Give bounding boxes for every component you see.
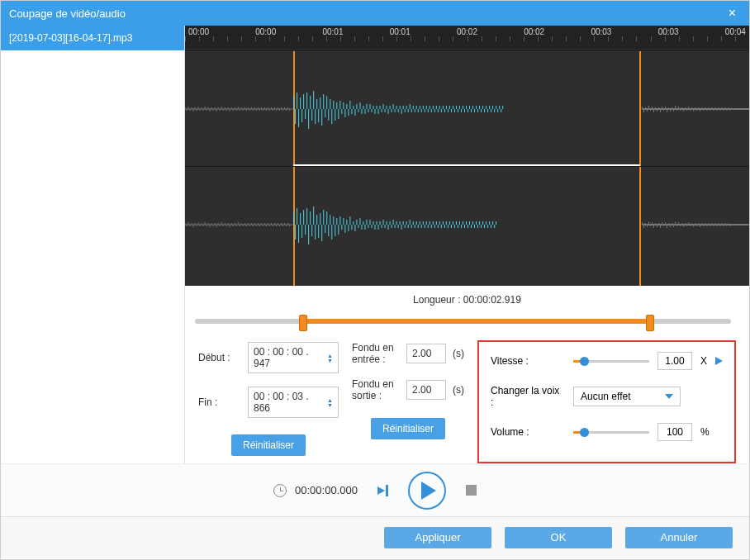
player-bar: 00:00:00.000: [1, 463, 749, 516]
start-time-value: 00 : 00 : 00 . 947: [254, 346, 324, 369]
stop-button[interactable]: [466, 485, 477, 496]
apply-button[interactable]: Appliquer: [384, 527, 491, 548]
fade-out-label: Fondu en sortie :: [352, 378, 400, 401]
volume-slider[interactable]: [573, 426, 649, 438]
clock-icon: [273, 484, 287, 497]
fade-reset-row: Réinitialiser: [352, 418, 464, 439]
close-icon[interactable]: ×: [724, 6, 741, 21]
speed-input[interactable]: [657, 352, 692, 370]
slider-selection: [303, 319, 648, 324]
ruler-tick-label: 00:00: [255, 27, 276, 36]
spinner-icon[interactable]: ▲▼: [327, 354, 333, 363]
start-time-row: Début : 00 : 00 : 00 . 947 ▲▼: [198, 342, 339, 373]
fade-column: Fondu en entrée : 2.00 (s) Fondu en sort…: [352, 342, 464, 463]
spinner-icon[interactable]: ▲▼: [327, 398, 333, 407]
play-icon: [421, 482, 436, 500]
sidebar: [2019-07-03][16-04-17].mp3: [1, 26, 185, 463]
fade-unit: (s): [453, 384, 464, 396]
waveform-icon: [185, 200, 749, 249]
length-display: Longueur : 00:00:02.919: [185, 286, 749, 309]
volume-input[interactable]: [657, 423, 692, 441]
main-panel: 00:00 00:00 00:01 00:01 00:02 00:02 00:0…: [185, 26, 749, 463]
voice-select[interactable]: Aucun effet: [573, 387, 681, 406]
footer: Appliquer OK Annuler: [1, 516, 749, 558]
ok-button[interactable]: OK: [505, 527, 612, 548]
volume-row: Volume : %: [491, 423, 723, 441]
cancel-button[interactable]: Annuler: [625, 527, 733, 548]
end-time-input[interactable]: 00 : 00 : 03 . 866 ▲▼: [248, 387, 339, 418]
trim-reset-row: Réinitialiser: [198, 434, 339, 456]
ruler-tick-label: 00:01: [390, 27, 411, 36]
volume-label: Volume :: [491, 426, 565, 438]
fade-unit: (s): [453, 348, 464, 359]
reset-trim-button[interactable]: Réinitialiser: [231, 434, 306, 456]
main-body: [2019-07-03][16-04-17].mp3 00:00 00:00 0…: [1, 26, 749, 463]
start-label: Début :: [198, 352, 241, 363]
trim-slider[interactable]: [195, 309, 731, 334]
fade-in-input[interactable]: 2.00: [406, 344, 446, 363]
trim-column: Début : 00 : 00 : 00 . 947 ▲▼ Fin : 00 :…: [198, 342, 339, 463]
slider-handle-end[interactable]: [646, 315, 654, 331]
volume-unit: %: [700, 426, 710, 438]
fade-out-input[interactable]: 2.00: [406, 380, 446, 400]
title-bar: Coupage de vidéo/audio ×: [1, 1, 749, 26]
player-time: 00:00:00.000: [295, 484, 358, 496]
fade-out-row: Fondu en sortie : 2.00 (s): [352, 378, 464, 401]
ruler-tick-label: 00:01: [322, 27, 343, 36]
effects-panel: Vitesse : X Changer la voix : Aucun effe…: [477, 340, 736, 463]
slider-handle-start[interactable]: [299, 315, 307, 331]
ruler-tick-label: 00:02: [457, 27, 477, 36]
end-time-value: 00 : 00 : 03 . 866: [254, 391, 324, 414]
ruler-tick-label: 00:00: [188, 27, 209, 36]
waveform-icon: [185, 84, 749, 134]
skip-to-end-button[interactable]: [377, 485, 388, 496]
controls-panel: Début : 00 : 00 : 00 . 947 ▲▼ Fin : 00 :…: [185, 334, 749, 463]
preview-speed-icon[interactable]: [715, 357, 723, 365]
ruler-tick-label: 00:04: [725, 27, 746, 36]
waveform-area[interactable]: [185, 50, 749, 286]
reset-fade-button[interactable]: Réinitialiser: [371, 418, 445, 439]
voice-row: Changer la voix : Aucun effet: [491, 385, 723, 408]
length-value: 00:00:02.919: [463, 294, 521, 306]
voice-label: Changer la voix :: [491, 385, 565, 408]
fade-out-value: 2.00: [412, 384, 431, 396]
waveform-track-left: [185, 50, 749, 166]
skip-bar-icon: [386, 485, 388, 496]
ruler-tick-label: 00:03: [591, 27, 611, 36]
end-time-row: Fin : 00 : 00 : 03 . 866 ▲▼: [198, 387, 339, 418]
fade-in-label: Fondu en entrée :: [352, 342, 400, 365]
playtime-group: 00:00:00.000: [273, 484, 358, 497]
play-button[interactable]: [408, 472, 446, 510]
ruler-tick-label: 00:03: [658, 27, 679, 36]
chevron-down-icon: [665, 394, 673, 399]
timeline: 00:00 00:00 00:01 00:01 00:02 00:02 00:0…: [185, 26, 749, 286]
fade-in-row: Fondu en entrée : 2.00 (s): [352, 342, 464, 365]
waveform-track-right: [185, 166, 749, 282]
voice-value: Aucun effet: [581, 391, 631, 402]
speed-unit: X: [700, 355, 707, 367]
speed-label: Vitesse :: [491, 355, 565, 367]
speed-slider[interactable]: [573, 355, 649, 367]
file-list: [2019-07-03][16-04-17].mp3: [1, 26, 184, 50]
length-label: Longueur :: [413, 294, 460, 306]
window-title: Coupage de vidéo/audio: [9, 7, 126, 20]
play-triangle-icon: [377, 486, 385, 495]
file-item[interactable]: [2019-07-03][16-04-17].mp3: [1, 26, 184, 50]
fade-in-value: 2.00: [412, 348, 431, 359]
end-label: Fin :: [198, 396, 241, 408]
ruler-tick-label: 00:02: [524, 27, 544, 36]
ruler-times: 00:00 00:00 00:01 00:01 00:02 00:02 00:0…: [185, 26, 749, 36]
time-ruler[interactable]: 00:00 00:00 00:01 00:01 00:02 00:02 00:0…: [185, 26, 749, 50]
speed-row: Vitesse : X: [491, 352, 723, 370]
start-time-input[interactable]: 00 : 00 : 00 . 947 ▲▼: [248, 342, 339, 373]
